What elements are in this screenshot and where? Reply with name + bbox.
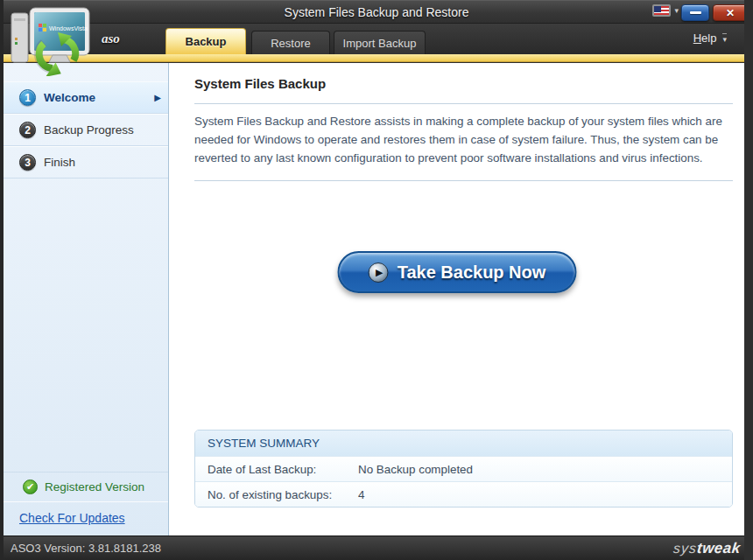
tab-import-backup[interactable]: Import Backup	[334, 31, 426, 54]
registered-version-status: ✔ Registered Version	[4, 472, 168, 502]
sidebar-item-backup-progress[interactable]: 2 Backup Progress	[4, 114, 168, 146]
help-label: Help	[693, 32, 717, 45]
app-logo-backup-icon: WindowsVista	[7, 3, 96, 76]
tab-bar: aso Backup Restore Import Backup Help ▾	[0, 24, 753, 54]
summary-row-existing-backups: No. of existing backups: 4	[195, 481, 732, 507]
wizard-steps: 1 Welcome ▶ 2 Backup Progress 3 Finish	[4, 81, 168, 178]
arrow-right-icon: ▶	[154, 93, 161, 102]
version-label: ASO3 Version: 3.81.8181.238	[11, 542, 161, 555]
status-bar: ASO3 Version: 3.81.8181.238 systweak ADV…	[0, 536, 753, 560]
page-title: System Files Backup	[194, 76, 326, 91]
sidebar: 1 Welcome ▶ 2 Backup Progress 3 Finish ✔…	[4, 63, 169, 536]
minimize-icon	[690, 11, 701, 14]
system-summary-title: SYSTEM SUMMARY	[195, 430, 732, 456]
registered-version-label: Registered Version	[45, 480, 144, 494]
language-selector[interactable]: ▾	[652, 4, 679, 17]
step-label: Welcome	[44, 91, 95, 104]
last-backup-value: No Backup completed	[358, 463, 473, 476]
system-summary-panel: SYSTEM SUMMARY Date of Last Backup: No B…	[194, 430, 733, 508]
step-label: Finish	[44, 156, 75, 169]
main-pane: System Files Backup System Files Backup …	[170, 63, 744, 536]
divider	[194, 103, 733, 104]
step-label: Backup Progress	[44, 123, 134, 136]
tab-backup[interactable]: Backup	[165, 28, 246, 54]
last-backup-label: Date of Last Backup:	[195, 463, 358, 476]
systweak-logo: systweak	[672, 540, 742, 557]
check-circle-icon: ✔	[23, 480, 38, 494]
take-backup-now-label: Take Backup Now	[398, 262, 546, 283]
app-window: System Files Backup and Restore ▾ ✕ aso …	[0, 0, 753, 560]
sidebar-item-finish[interactable]: 3 Finish	[4, 146, 168, 178]
step-number-badge: 2	[19, 122, 36, 138]
aso-brand-logo: aso	[102, 32, 120, 46]
description-text: System Files Backup and Restore assists …	[194, 112, 730, 167]
existing-backups-value: 4	[358, 488, 364, 501]
gold-accent-strip	[0, 54, 753, 62]
minimize-button[interactable]	[681, 4, 709, 21]
existing-backups-label: No. of existing backups:	[195, 488, 358, 501]
chevron-down-icon: ▾	[722, 33, 727, 44]
logo-screen-text: WindowsVista	[49, 25, 88, 32]
check-for-updates-link[interactable]: Check For Updates	[19, 511, 168, 525]
us-flag-icon	[652, 4, 671, 17]
step-number-badge: 1	[19, 89, 36, 106]
title-bar: System Files Backup and Restore ▾ ✕	[0, 0, 753, 24]
step-number-badge: 3	[19, 154, 36, 171]
tab-restore[interactable]: Restore	[251, 31, 330, 54]
play-icon: ▶	[369, 262, 389, 283]
window-title: System Files Backup and Restore	[0, 1, 753, 24]
help-menu[interactable]: Help ▾	[693, 32, 727, 45]
sidebar-footer: ✔ Registered Version Check For Updates	[4, 472, 168, 525]
take-backup-now-button[interactable]: ▶ Take Backup Now	[338, 251, 577, 293]
sidebar-item-welcome[interactable]: 1 Welcome ▶	[4, 81, 168, 114]
chevron-down-icon: ▾	[674, 6, 679, 15]
content-area: 1 Welcome ▶ 2 Backup Progress 3 Finish ✔…	[4, 63, 744, 536]
divider	[194, 180, 733, 181]
close-button[interactable]: ✕	[713, 4, 748, 21]
summary-row-last-backup: Date of Last Backup: No Backup completed	[195, 456, 732, 481]
